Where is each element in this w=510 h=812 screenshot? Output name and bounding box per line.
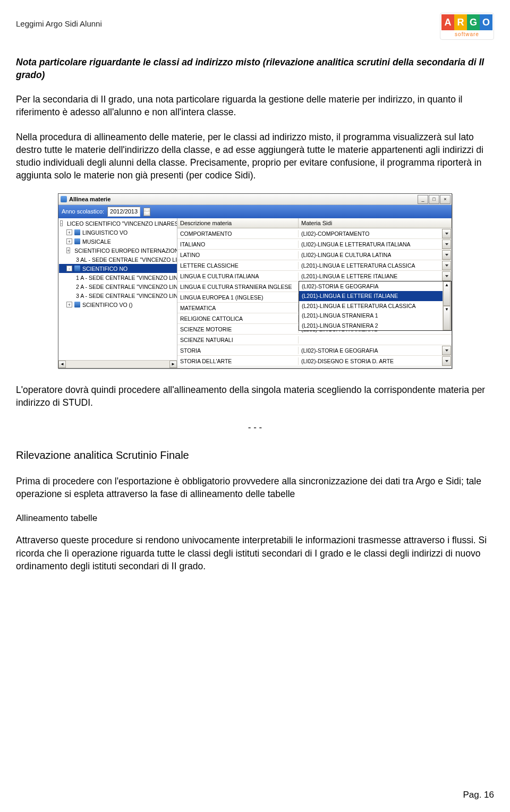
scroll-down-icon[interactable]: ▼ — [443, 306, 450, 330]
paragraph: Nella procedura di allineamento delle ma… — [16, 131, 494, 182]
dropdown-button[interactable] — [442, 346, 451, 355]
table-row[interactable]: LATINO(LI02)-LINGUA E CULTURA LATINA — [177, 250, 452, 260]
tree-item[interactable]: +LINGUISTICO VO — [59, 228, 177, 237]
folder-icon — [74, 229, 80, 235]
scroll-right-icon[interactable]: ► — [169, 361, 177, 368]
tree-pane[interactable]: -LICEO SCIENTIFICO "VINCENZO LINARES"+LI… — [58, 218, 177, 368]
table-row[interactable]: STORIA DELL'ARTE(LI02)-DISEGNO E STORIA … — [177, 356, 452, 366]
paragraph: Prima di procedere con l'esportazione è … — [16, 475, 494, 500]
paragraph: Attraverso queste procedure si rendono u… — [16, 534, 494, 572]
tree-item[interactable]: 2 A - SEDE CENTRALE "VINCENZO LIN — [59, 282, 177, 291]
column-header-descrizione[interactable]: Descrizione materia — [177, 218, 299, 228]
page-number: Pag. 16 — [463, 790, 494, 800]
cell-value: (LI02)-STORIA E GEOGRAFIA — [301, 347, 378, 354]
scroll-left-icon[interactable]: ◄ — [58, 361, 66, 368]
cell-descrizione: ITALIANO — [177, 241, 299, 248]
dropdown-option[interactable]: (L201)-LINGUA E LETTERE ITALIANE — [299, 291, 451, 301]
running-head: Leggimi Argo Sidi Alunni — [16, 19, 102, 28]
cell-descrizione: SCIENZE NATURALI — [177, 336, 299, 344]
logo-letter: O — [480, 14, 492, 30]
subsection-title: Allineamento tabelle — [16, 512, 494, 524]
folder-icon — [74, 238, 80, 244]
tree-item[interactable]: 3 A - SEDE CENTRALE "VINCENZO LIN — [59, 291, 177, 300]
paragraph: L'operatore dovrà quindi procedere all'a… — [16, 383, 494, 409]
tree-item-label: 3 A - SEDE CENTRALE "VINCENZO LIN — [76, 292, 177, 300]
dropdown-option[interactable]: (LI02)-STORIA E GEOGRAFIA — [299, 281, 451, 291]
folder-icon — [74, 302, 80, 307]
spinner-down-icon[interactable]: ▼ — [144, 212, 150, 216]
cell-materia-sidi[interactable]: (LI02)-STORIA E GEOGRAFIA — [299, 346, 452, 355]
year-spinner[interactable]: ▲ ▼ — [143, 208, 150, 216]
dropdown-button[interactable] — [442, 250, 451, 260]
tree-item[interactable]: +SCIENTIFICO EUROPEO INTERNAZIONALE — [59, 246, 177, 255]
tree-item[interactable]: +SCIENTIFICO VO () — [59, 300, 177, 309]
chevron-down-icon — [445, 275, 448, 277]
expand-icon[interactable]: + — [66, 229, 72, 235]
dropdown-option[interactable]: (L201)-LINGUA STRANIERA 2 — [299, 321, 451, 330]
cell-descrizione: LETTERE CLASSICHE — [177, 262, 299, 269]
table-row[interactable]: LINGUA E CULTURA ITALIANA(L201)-LINGUA E… — [177, 271, 452, 281]
horizontal-scrollbar[interactable]: ◄ ► — [58, 360, 177, 368]
scroll-up-icon[interactable]: ▲ — [443, 281, 450, 306]
paragraph: Per la secondaria di II grado, una nota … — [16, 93, 494, 118]
table-row[interactable]: COMPORTAMENTO(LI02)-COMPORTAMENTO — [177, 228, 452, 239]
window-maximize-button[interactable]: □ — [429, 195, 439, 204]
cell-value: (L201)-LINGUA E LETTERATURA CLASSICA — [301, 262, 415, 269]
cell-materia-sidi[interactable]: (LI02)-LINGUA E LETTERATURA ITALIANA — [299, 240, 452, 249]
tree-item-label: LINGUISTICO VO — [82, 229, 128, 236]
tree-item-label: SCIENTIFICO NO — [82, 265, 128, 272]
tree-item-label: LICEO SCIENTIFICO "VINCENZO LINARES" — [67, 220, 177, 227]
window-titlebar[interactable]: Allinea materie _ □ × — [58, 194, 452, 205]
table-row[interactable]: STORIA(LI02)-STORIA E GEOGRAFIA — [177, 345, 452, 356]
logo-letter: R — [454, 14, 467, 30]
cell-descrizione: STORIA — [177, 347, 299, 354]
tree-item[interactable]: 1 A - SEDE CENTRALE "VINCENZO LIN — [59, 273, 177, 282]
cell-materia-sidi[interactable]: (L201)-LINGUA E LETTERE ITALIANE(LI02)-S… — [299, 271, 452, 281]
window-close-button[interactable]: × — [440, 195, 450, 204]
chevron-down-icon — [445, 360, 448, 362]
dropdown-button[interactable] — [442, 356, 451, 366]
column-header-materia-sidi[interactable]: Materia Sidi — [299, 218, 452, 228]
table-row[interactable]: SCIENZE NATURALI — [177, 335, 452, 345]
dropdown-button[interactable] — [442, 240, 451, 249]
dropdown-option[interactable]: (L201)-LINGUA STRANIERA 1 — [299, 311, 451, 320]
dropdown-button[interactable] — [442, 261, 451, 270]
table-row[interactable]: LETTERE CLASSICHE(L201)-LINGUA E LETTERA… — [177, 260, 452, 271]
chevron-down-icon — [445, 349, 448, 352]
dropdown-button[interactable] — [442, 271, 451, 281]
dropdown-scrollbar[interactable]: ▲▼ — [443, 281, 451, 330]
expand-icon[interactable]: + — [66, 238, 72, 244]
collapse-icon[interactable]: - — [60, 220, 63, 226]
chevron-down-icon — [445, 243, 448, 245]
cell-descrizione: STORIA DELL'ARTE — [177, 357, 299, 365]
dropdown-list[interactable]: (LI02)-STORIA E GEOGRAFIA(L201)-LINGUA E… — [299, 281, 452, 331]
dropdown-option[interactable]: (L201)-LINGUA E LETTERATURA CLASSICA — [299, 301, 451, 311]
tree-item-label: SCIENTIFICO VO () — [82, 301, 133, 309]
section-heading: Nota particolare riguardante le classi a… — [16, 56, 494, 81]
toolbar: Anno scolastico: 2012/2013 ▲ ▼ — [58, 205, 452, 218]
tree-item[interactable]: -SCIENTIFICO NO — [59, 264, 177, 273]
cell-value: (LI02)-DISEGNO E STORIA D. ARTE — [301, 357, 394, 365]
spinner-up-icon[interactable]: ▲ — [144, 208, 150, 212]
window-minimize-button[interactable]: _ — [418, 195, 428, 204]
tree-item-label: SCIENTIFICO EUROPEO INTERNAZIONALE — [74, 247, 177, 254]
cell-descrizione: LATINO — [177, 251, 299, 259]
year-field[interactable]: 2012/2013 — [107, 207, 140, 217]
collapse-icon[interactable]: - — [66, 266, 72, 271]
cell-descrizione: LINGUA E CULTURA STRANIERA INGLESE — [177, 283, 299, 290]
cell-materia-sidi[interactable]: (LI02)-DISEGNO E STORIA D. ARTE — [299, 356, 452, 366]
folder-icon — [74, 266, 80, 271]
cell-materia-sidi[interactable]: (L201)-LINGUA E LETTERATURA CLASSICA — [299, 261, 452, 270]
table-row[interactable]: ITALIANO(LI02)-LINGUA E LETTERATURA ITAL… — [177, 239, 452, 250]
dropdown-button[interactable] — [442, 229, 451, 238]
cell-materia-sidi[interactable]: (LI02)-LINGUA E CULTURA LATINA — [299, 250, 452, 260]
tree-item[interactable]: 3 AL - SEDE CENTRALE "VINCENZO LI — [59, 255, 177, 264]
logo-subtitle: software — [455, 30, 479, 39]
section-title: Rilevazione analitica Scrutinio Finale — [16, 448, 494, 463]
expand-icon[interactable]: + — [66, 302, 72, 307]
cell-materia-sidi[interactable]: (LI02)-COMPORTAMENTO — [299, 229, 452, 238]
grid-pane[interactable]: Descrizione materia Materia Sidi COMPORT… — [177, 218, 452, 368]
expand-icon[interactable]: + — [66, 247, 70, 253]
tree-item[interactable]: +MUSICALE — [59, 237, 177, 246]
tree-item[interactable]: -LICEO SCIENTIFICO "VINCENZO LINARES" — [59, 219, 177, 228]
